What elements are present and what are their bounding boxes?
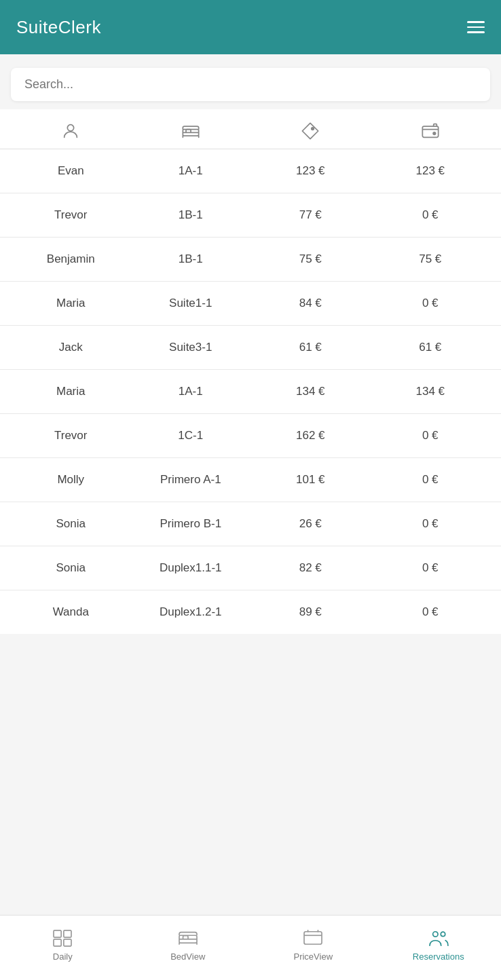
cell-name: Maria [11,370,131,413]
cell-price: 82 € [250,546,371,590]
svg-rect-10 [304,932,322,945]
svg-rect-8 [64,939,71,946]
nav-item-daily[interactable]: Daily [0,928,126,962]
cell-price: 134 € [250,370,371,413]
cell-name: Maria [11,282,131,325]
svg-point-12 [441,932,445,937]
table-row[interactable]: Wanda Duplex1.2-1 89 € 0 € [0,590,501,634]
person-icon [11,116,131,146]
table-row[interactable]: Molly Primero A-1 101 € 0 € [0,458,501,502]
cell-paid: 0 € [371,414,491,457]
wallet-icon [371,116,491,146]
cell-name: Benjamin [11,238,131,281]
cell-name: Sonia [11,546,131,590]
cell-paid: 0 € [371,458,491,502]
cell-price: 89 € [250,590,371,634]
cell-name: Trevor [11,414,131,457]
cell-paid: 0 € [371,282,491,325]
cell-paid: 0 € [371,193,491,237]
svg-rect-5 [54,930,61,937]
svg-point-4 [433,132,436,135]
cell-name: Trevor [11,193,131,237]
cell-paid: 0 € [371,502,491,546]
cell-paid: 123 € [371,149,491,193]
table-row[interactable]: Maria Suite1-1 84 € 0 € [0,282,501,326]
hamburger-line-2 [467,26,485,29]
reservations-icon [428,928,449,947]
reservations-table: Evan 1A-1 123 € 123 € Trevor 1B-1 77 € 0… [0,109,501,634]
cell-paid: 0 € [371,590,491,634]
search-container [11,68,490,101]
daily-icon [52,928,73,947]
cell-paid: 134 € [371,370,491,413]
cell-room: Suite1-1 [131,282,251,325]
cell-price: 26 € [250,502,371,546]
cell-paid: 61 € [371,326,491,369]
svg-rect-3 [422,126,438,137]
cell-name: Wanda [11,590,131,634]
cell-room: 1A-1 [131,149,251,193]
cell-name: Evan [11,149,131,193]
priceview-icon [302,928,324,947]
cell-price: 84 € [250,282,371,325]
cell-room: Duplex1.2-1 [131,590,251,634]
cell-price: 77 € [250,193,371,237]
cell-price: 123 € [250,149,371,193]
cell-price: 101 € [250,458,371,502]
bedview-label: BedView [170,951,205,962]
table-row[interactable]: Sonia Primero B-1 26 € 0 € [0,502,501,546]
cell-room: Suite3-1 [131,326,251,369]
nav-item-priceview[interactable]: PriceView [250,928,376,962]
cell-room: 1A-1 [131,370,251,413]
table-row[interactable]: Sonia Duplex1.1-1 82 € 0 € [0,546,501,590]
table-body: Evan 1A-1 123 € 123 € Trevor 1B-1 77 € 0… [0,149,501,634]
bedview-icon [177,928,199,947]
search-input[interactable] [24,77,477,92]
svg-point-2 [312,128,314,130]
cell-paid: 0 € [371,546,491,590]
daily-label: Daily [53,951,73,962]
cell-name: Molly [11,458,131,502]
nav-item-bedview[interactable]: BedView [126,928,251,962]
bed-icon [131,116,251,146]
cell-price: 75 € [250,238,371,281]
app-header: SuiteClerk [0,0,501,54]
cell-room: Primero B-1 [131,502,251,546]
table-row[interactable]: Maria 1A-1 134 € 134 € [0,370,501,414]
app-title: SuiteClerk [16,17,101,38]
table-row[interactable]: Evan 1A-1 123 € 123 € [0,149,501,193]
table-header-row [0,109,501,149]
cell-room: Primero A-1 [131,458,251,502]
menu-button[interactable] [467,21,485,33]
tag-icon [250,116,371,146]
cell-price: 61 € [250,326,371,369]
svg-rect-7 [54,939,61,946]
cell-room: 1B-1 [131,193,251,237]
svg-rect-6 [64,930,71,937]
cell-price: 162 € [250,414,371,457]
priceview-label: PriceView [293,951,333,962]
hamburger-line-3 [467,31,485,33]
table-row[interactable]: Trevor 1C-1 162 € 0 € [0,414,501,458]
nav-item-reservations[interactable]: Reservations [376,928,502,962]
svg-point-11 [432,932,437,937]
cell-paid: 75 € [371,238,491,281]
svg-point-0 [68,125,74,131]
table-row[interactable]: Jack Suite3-1 61 € 61 € [0,326,501,370]
cell-room: 1B-1 [131,238,251,281]
bottom-nav: Daily BedView PriceView [0,915,501,980]
hamburger-line-1 [467,21,485,23]
cell-name: Sonia [11,502,131,546]
reservations-label: Reservations [413,951,464,962]
table-row[interactable]: Benjamin 1B-1 75 € 75 € [0,238,501,282]
cell-room: Duplex1.1-1 [131,546,251,590]
cell-room: 1C-1 [131,414,251,457]
table-row[interactable]: Trevor 1B-1 77 € 0 € [0,193,501,238]
cell-name: Jack [11,326,131,369]
